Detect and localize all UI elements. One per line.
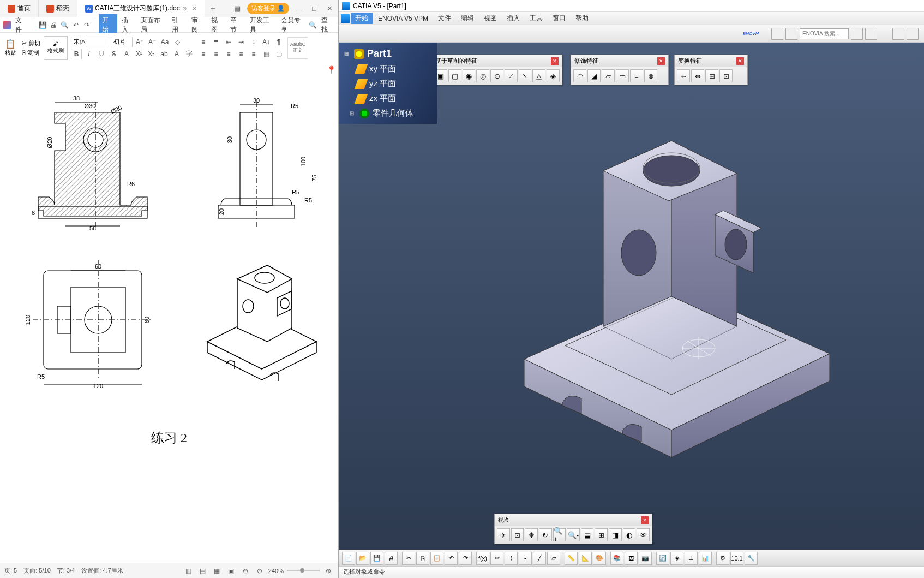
rib-icon[interactable]: ⟋ bbox=[505, 69, 518, 82]
menu-enovia[interactable]: ENOVIA V5 VPM bbox=[374, 14, 433, 23]
catia-logo-icon[interactable] bbox=[341, 14, 350, 23]
zoom-value[interactable]: 240% bbox=[268, 568, 284, 574]
stiffener-icon[interactable]: △ bbox=[532, 69, 545, 82]
strike-icon[interactable]: S̶ bbox=[109, 49, 119, 59]
formula-icon[interactable]: f(x) bbox=[476, 552, 489, 565]
zoom-slider[interactable] bbox=[287, 570, 320, 571]
expand-icon[interactable]: ⊞ bbox=[350, 110, 356, 116]
sort-icon[interactable]: A↓ bbox=[261, 37, 272, 47]
highlight-icon[interactable]: ab bbox=[159, 49, 170, 59]
shell-icon[interactable]: ▭ bbox=[616, 69, 629, 82]
groove-icon[interactable]: ◎ bbox=[476, 69, 489, 82]
view-mode2-icon[interactable]: ▤ bbox=[197, 565, 208, 576]
document-area[interactable]: 📍 38 bbox=[0, 63, 338, 563]
pattern-icon[interactable]: ⊞ bbox=[705, 69, 718, 82]
capture-icon[interactable]: 📷 bbox=[639, 552, 652, 565]
list-icon[interactable]: ▤ bbox=[232, 4, 243, 13]
align-justify-icon[interactable]: ≡ bbox=[236, 49, 247, 59]
enovia-btn6[interactable] bbox=[907, 28, 919, 40]
grow-font-icon[interactable]: A⁺ bbox=[134, 37, 145, 47]
maximize-icon[interactable]: □ bbox=[309, 4, 320, 13]
cut-icon[interactable]: ✂ bbox=[22, 40, 27, 47]
indent-inc-icon[interactable]: ⇥ bbox=[236, 37, 247, 47]
hide-show-icon[interactable]: 👁 bbox=[637, 528, 650, 541]
search-icon[interactable]: 🔍 bbox=[309, 21, 317, 29]
bold-icon[interactable]: B bbox=[71, 49, 82, 59]
tool3-icon[interactable]: 🔧 bbox=[745, 552, 758, 565]
save-icon[interactable]: 💾 bbox=[38, 20, 47, 31]
tree-xy-plane[interactable]: xy 平面 bbox=[341, 62, 435, 76]
italic-icon[interactable]: I bbox=[83, 49, 94, 59]
format-painter-button[interactable]: 🖌 格式刷 bbox=[44, 36, 68, 60]
pocket-icon[interactable]: ▢ bbox=[448, 69, 461, 82]
hole-icon[interactable]: ⊙ bbox=[490, 69, 503, 82]
multi-sections-icon[interactable]: ◈ bbox=[547, 69, 560, 82]
print-icon[interactable]: 🖨 bbox=[385, 552, 398, 565]
close-tab-icon[interactable]: ✕ bbox=[192, 5, 197, 12]
zoom-reset-icon[interactable]: ⊙ bbox=[254, 565, 265, 576]
zoom-in-icon[interactable]: 🔍+ bbox=[553, 528, 566, 541]
measure-icon[interactable]: 📏 bbox=[565, 552, 578, 565]
zoom-in-icon[interactable]: ⊕ bbox=[323, 565, 334, 576]
menu-file[interactable]: 文件 bbox=[434, 13, 455, 24]
undo-icon[interactable]: ↶ bbox=[445, 552, 458, 565]
tool2-icon[interactable]: 10.1 bbox=[730, 552, 743, 565]
viewport-3d[interactable]: ⊟ Part1 xy 平面 yz 平面 zx 平面 ⊞ bbox=[339, 43, 924, 550]
chamfer-icon[interactable]: ◢ bbox=[587, 69, 601, 82]
subscript-icon[interactable]: X₂ bbox=[146, 49, 157, 59]
constraint-icon[interactable]: ⊥ bbox=[685, 552, 698, 565]
enovia-btn5[interactable] bbox=[892, 28, 904, 40]
align-left-icon[interactable]: ≡ bbox=[198, 49, 209, 59]
update-icon[interactable]: 🔄 bbox=[656, 552, 669, 565]
char-shading-icon[interactable]: 字 bbox=[184, 49, 195, 59]
menu-start[interactable]: 开始 bbox=[351, 13, 373, 24]
close-icon[interactable]: ✕ bbox=[324, 4, 335, 13]
analysis-icon[interactable]: 📊 bbox=[699, 552, 712, 565]
fillet-icon[interactable]: ◠ bbox=[573, 69, 586, 82]
rotate-icon[interactable]: ↻ bbox=[539, 528, 552, 541]
thread-icon[interactable]: ⊗ bbox=[644, 69, 657, 82]
close-icon[interactable]: ✕ bbox=[551, 57, 559, 65]
mirror-icon[interactable]: ⇔ bbox=[691, 69, 704, 82]
tree-zx-plane[interactable]: zx 平面 bbox=[341, 91, 435, 106]
print-icon[interactable]: 🖨 bbox=[49, 20, 58, 31]
toolbar-view[interactable]: 视图 ✕ ✈ ⊡ ✥ ↻ 🔍+ 🔍- ⬓ ⊞ ◨ ◐ 👁 bbox=[494, 514, 652, 544]
bullets-icon[interactable]: ≡ bbox=[198, 37, 209, 47]
draft-icon[interactable]: ▱ bbox=[602, 69, 615, 82]
multi-view-icon[interactable]: ⊞ bbox=[595, 528, 608, 541]
shading-icon[interactable]: ▦ bbox=[261, 49, 272, 59]
font-name-select[interactable] bbox=[71, 37, 109, 47]
shading-icon[interactable]: ◐ bbox=[623, 528, 636, 541]
paste-button[interactable]: 📋 粘贴 bbox=[2, 36, 19, 60]
cut-icon[interactable]: ✂ bbox=[402, 552, 415, 565]
plane-icon[interactable]: ▱ bbox=[547, 552, 560, 565]
enovia-btn3[interactable] bbox=[851, 28, 863, 40]
font-color-icon[interactable]: A bbox=[121, 49, 132, 59]
fit-all-icon[interactable]: ⊡ bbox=[511, 528, 524, 541]
translate-icon[interactable]: ↔ bbox=[677, 69, 690, 82]
save-icon[interactable]: 💾 bbox=[370, 552, 383, 565]
redo-icon[interactable]: ↷ bbox=[82, 20, 92, 31]
menu-insert[interactable]: 插入 bbox=[502, 13, 524, 24]
new-icon[interactable]: 📄 bbox=[342, 552, 355, 565]
body-icon[interactable]: ◈ bbox=[670, 552, 683, 565]
fly-icon[interactable]: ✈ bbox=[497, 528, 510, 541]
numbering-icon[interactable]: ≣ bbox=[211, 37, 221, 47]
axis-icon[interactable]: ⊹ bbox=[505, 552, 518, 565]
toolbar-sketch-based[interactable]: 基于草图的特征 ✕ ▣ ▢ ◉ ◎ ⊙ ⟋ ⟍ △ ◈ bbox=[431, 55, 562, 85]
scale-icon[interactable]: ⊡ bbox=[719, 69, 733, 82]
shrink-font-icon[interactable]: A⁻ bbox=[147, 37, 158, 47]
toolbar-transform[interactable]: 变换特征 ✕ ↔ ⇔ ⊞ ⊡ bbox=[674, 55, 748, 85]
catalog-icon[interactable]: 📚 bbox=[610, 552, 623, 565]
tab-docer[interactable]: 稻壳 bbox=[39, 0, 77, 17]
enovia-search-input[interactable] bbox=[800, 28, 849, 39]
part-3d-model[interactable] bbox=[481, 97, 862, 468]
change-case-icon[interactable]: Aa bbox=[159, 37, 170, 47]
show-marks-icon[interactable]: ¶ bbox=[273, 37, 284, 47]
align-right-icon[interactable]: ≡ bbox=[223, 49, 234, 59]
tree-partbody[interactable]: ⊞ 零件几何体 bbox=[341, 106, 435, 121]
toolbar-dressup[interactable]: 修饰特征 ✕ ◠ ◢ ▱ ▭ ≡ ⊗ bbox=[571, 55, 669, 85]
preview-icon[interactable]: 🔍 bbox=[59, 20, 69, 31]
zoom-out-icon[interactable]: ⊖ bbox=[240, 565, 251, 576]
align-dist-icon[interactable]: ≡ bbox=[248, 49, 259, 59]
